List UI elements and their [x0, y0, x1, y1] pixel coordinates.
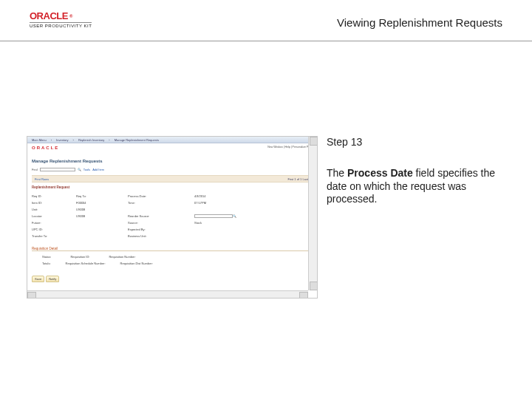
- find-label: Find: [32, 168, 38, 171]
- save-button[interactable]: Save: [32, 276, 44, 282]
- source-value: Stock: [194, 221, 313, 225]
- registered-mark: ®: [69, 14, 72, 18]
- source-label: Source:: [128, 221, 194, 225]
- pager[interactable]: First 1 of 1 Last: [287, 176, 308, 183]
- requisition-detail-title: Requisition Detail: [32, 247, 58, 250]
- section-title: Manage Replenishment Requests: [32, 159, 103, 163]
- first-rows-link[interactable]: First Rows: [35, 177, 49, 181]
- unit-value: US008: [76, 208, 128, 211]
- app-brand: ORACLE: [32, 146, 59, 150]
- lookup-icon[interactable]: 🔍: [233, 214, 236, 218]
- breadcrumb: Main Menu › Inventory › Replenish Invent…: [27, 137, 317, 143]
- time-label: Time:: [128, 201, 194, 205]
- breadcrumb-item[interactable]: Inventory: [56, 137, 68, 143]
- notify-button[interactable]: Notify: [46, 276, 59, 282]
- search-icon[interactable]: 🔍: [78, 168, 81, 171]
- breadcrumb-item[interactable]: Replenish Inventory: [78, 137, 104, 143]
- vertical-scrollbar[interactable]: [308, 137, 317, 290]
- time-value: 07:57PM: [194, 201, 313, 205]
- req-to-label: Req To:: [76, 194, 128, 198]
- slide: ORACLE ® USER PRODUCTIVITY KIT Viewing R…: [0, 0, 532, 399]
- find-row: Find 🔍 Tools Add Item: [32, 168, 104, 171]
- embedded-screenshot: Main Menu › Inventory › Replenish Invent…: [27, 136, 318, 299]
- tools-link[interactable]: Tools: [83, 168, 90, 171]
- fields-grid: Req ID: Req To: Process Date: 4/3/2014 I…: [32, 193, 313, 239]
- find-input[interactable]: [40, 168, 75, 171]
- sched-number-label: Requisition Schedule Number:: [66, 262, 106, 265]
- locator-value: US008: [76, 214, 128, 218]
- add-item-link[interactable]: Add Item: [92, 168, 104, 171]
- reorder-source-label: Reorder Source:: [128, 214, 194, 218]
- content-area: Main Menu › Inventory › Replenish Invent…: [0, 41, 532, 95]
- upk-subtitle: USER PRODUCTIVITY KIT: [30, 22, 92, 28]
- status-label: Status:: [42, 255, 51, 259]
- transfer-to-label: Transfer To:: [32, 234, 76, 238]
- req-number-label: Requisition Number:: [109, 255, 135, 259]
- item-id-value: F00034: [76, 201, 128, 205]
- breadcrumb-sep: ›: [51, 137, 52, 143]
- step-number: Step 13: [327, 136, 504, 148]
- step-description: The Process Date field specifies the dat…: [327, 167, 504, 206]
- step-panel: Step 13 The Process Date field specifies…: [327, 136, 504, 206]
- desc-prefix: The: [327, 167, 347, 179]
- requisition-detail-grid: Status: Requisition ID: Requisition Numb…: [42, 255, 153, 265]
- grid-toolbar: First Rows First 1 of 1 Last: [32, 175, 313, 183]
- future-label: Future:: [32, 221, 76, 225]
- item-id-label: Item ID:: [32, 201, 76, 205]
- desc-bold: Process Date: [347, 167, 413, 179]
- breadcrumb-sep: ›: [73, 137, 74, 143]
- process-date-label: Process Date:: [128, 194, 194, 198]
- dist-number-label: Requisition Dist Number:: [120, 262, 153, 265]
- requisition-detail-header: Requisition Detail: [32, 246, 313, 251]
- oracle-logo-text: ORACLE: [30, 10, 68, 21]
- reorder-source-input[interactable]: [194, 214, 233, 218]
- logo-block: ORACLE ® USER PRODUCTIVITY KIT: [30, 10, 92, 28]
- oracle-logo: ORACLE ®: [30, 10, 92, 21]
- page-meta-links[interactable]: New Window | Help | Personalize Page: [267, 146, 313, 149]
- page-title: Viewing Replenishment Requests: [337, 16, 502, 29]
- totals-label: Totals:: [42, 262, 51, 265]
- breadcrumb-item[interactable]: Manage Replenishment Requests: [115, 137, 159, 143]
- locator-label: Locator:: [32, 214, 76, 218]
- business-unit-label: Business Unit:: [128, 234, 194, 238]
- expected-by-label: Expected By:: [128, 228, 194, 231]
- upc-id-label: UPC ID:: [32, 228, 76, 231]
- unit-label: Unit:: [32, 208, 76, 211]
- process-date-value: 4/3/2014: [194, 194, 313, 198]
- breadcrumb-sep: ›: [109, 137, 109, 143]
- action-buttons: Save Notify: [32, 276, 59, 282]
- horizontal-scrollbar[interactable]: [27, 290, 308, 298]
- req-id-label: Req ID:: [32, 194, 76, 198]
- page-header: ORACLE ® USER PRODUCTIVITY KIT Viewing R…: [0, 0, 532, 41]
- replenishment-subtitle: Replenishment Request: [32, 185, 69, 189]
- req-id-label-2: Requisition ID:: [70, 255, 89, 259]
- breadcrumb-item[interactable]: Main Menu: [32, 137, 47, 143]
